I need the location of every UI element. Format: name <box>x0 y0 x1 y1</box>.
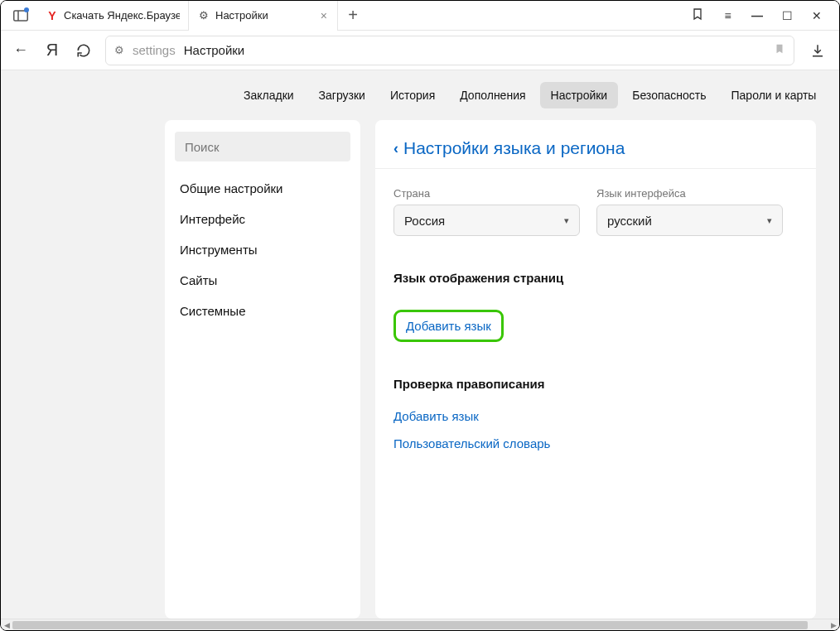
window-close-button[interactable]: ✕ <box>809 9 824 22</box>
gear-icon: ⚙ <box>197 9 210 22</box>
sidebar-notification-dot <box>24 7 29 12</box>
topnav-security[interactable]: Безопасность <box>621 82 717 108</box>
topnav-downloads[interactable]: Загрузки <box>308 82 376 108</box>
reload-button[interactable] <box>74 41 94 60</box>
topnav-settings[interactable]: Настройки <box>540 82 619 108</box>
address-prefix: settings <box>133 43 176 57</box>
downloads-button[interactable] <box>806 43 829 58</box>
address-title: Настройки <box>184 43 245 57</box>
ui-lang-label: Язык интерфейса <box>596 187 783 200</box>
sidebar-item-interface[interactable]: Интерфейс <box>175 204 350 234</box>
window-controls: ≡ — ☐ ✕ <box>690 7 839 23</box>
settings-sidebar: Поиск Общие настройки Интерфейс Инструме… <box>165 120 360 619</box>
page-title: Настройки языка и региона <box>403 138 625 158</box>
bookmarks-menu-icon[interactable] <box>690 7 705 23</box>
browser-toolbar: ← Я ⚙ settings Настройки <box>1 31 839 70</box>
sidebar-item-general[interactable]: Общие настройки <box>175 173 350 204</box>
sidebar-item-tools[interactable]: Инструменты <box>175 234 350 265</box>
tab-item-active[interactable]: ⚙ Настройки × <box>189 1 338 31</box>
country-label: Страна <box>393 187 580 200</box>
scrollbar-thumb[interactable] <box>12 621 808 629</box>
ui-lang-value: русский <box>607 214 652 228</box>
tab-strip: Y Скачать Яндекс.Браузер д ⚙ Настройки ×… <box>1 1 839 31</box>
settings-search-input[interactable]: Поиск <box>175 132 350 161</box>
topnav-extensions[interactable]: Дополнения <box>449 82 536 108</box>
chevron-left-icon: ‹ <box>393 140 398 157</box>
country-select[interactable]: Россия ▾ <box>393 205 580 236</box>
topnav-other[interactable]: Други <box>830 82 839 108</box>
chevron-down-icon: ▾ <box>564 215 569 226</box>
yandex-favicon-icon: Y <box>46 9 59 22</box>
new-tab-button[interactable]: + <box>338 1 368 31</box>
settings-top-nav: Закладки Загрузки История Дополнения Нас… <box>1 70 839 120</box>
hamburger-menu-icon[interactable]: ≡ <box>720 9 735 22</box>
divider <box>375 168 816 169</box>
user-dictionary-link[interactable]: Пользовательский словарь <box>393 436 798 450</box>
tab-item[interactable]: Y Скачать Яндекс.Браузер д <box>37 1 189 31</box>
topnav-bookmarks[interactable]: Закладки <box>233 82 305 108</box>
topnav-history[interactable]: История <box>379 82 446 108</box>
sidebar-item-system[interactable]: Системные <box>175 296 350 326</box>
horizontal-scrollbar[interactable]: ◀ ▶ <box>1 619 839 630</box>
sidebar-toggle-button[interactable] <box>7 4 34 27</box>
section-display-lang: Язык отображения страниц <box>393 271 798 285</box>
add-spell-language-link[interactable]: Добавить язык <box>393 409 798 423</box>
tab-label: Настройки <box>215 9 268 22</box>
window-minimize-button[interactable]: — <box>750 9 765 22</box>
topnav-passwords[interactable]: Пароли и карты <box>721 82 828 108</box>
chevron-down-icon: ▾ <box>767 215 772 226</box>
country-value: Россия <box>404 214 445 228</box>
search-placeholder: Поиск <box>185 140 220 154</box>
close-tab-icon[interactable]: × <box>319 9 329 22</box>
add-display-language-link[interactable]: Добавить язык <box>393 310 504 342</box>
home-button[interactable]: Я <box>42 41 62 60</box>
page-title-back-link[interactable]: ‹ Настройки языка и региона <box>393 138 798 158</box>
scroll-right-arrow-icon[interactable]: ▶ <box>828 619 839 631</box>
ui-lang-select[interactable]: русский ▾ <box>596 205 783 236</box>
address-bar[interactable]: ⚙ settings Настройки <box>105 36 794 65</box>
page-content: Закладки Загрузки История Дополнения Нас… <box>1 70 839 619</box>
page-icon: ⚙ <box>114 44 124 56</box>
section-spellcheck: Проверка правописания <box>393 377 798 391</box>
settings-main-panel: ‹ Настройки языка и региона Страна Росси… <box>375 120 816 619</box>
scroll-left-arrow-icon[interactable]: ◀ <box>1 619 12 631</box>
bookmark-icon[interactable] <box>774 43 785 57</box>
sidebar-item-sites[interactable]: Сайты <box>175 265 350 296</box>
tab-label: Скачать Яндекс.Браузер д <box>64 9 180 22</box>
back-button[interactable]: ← <box>11 41 31 60</box>
window-maximize-button[interactable]: ☐ <box>780 9 794 22</box>
